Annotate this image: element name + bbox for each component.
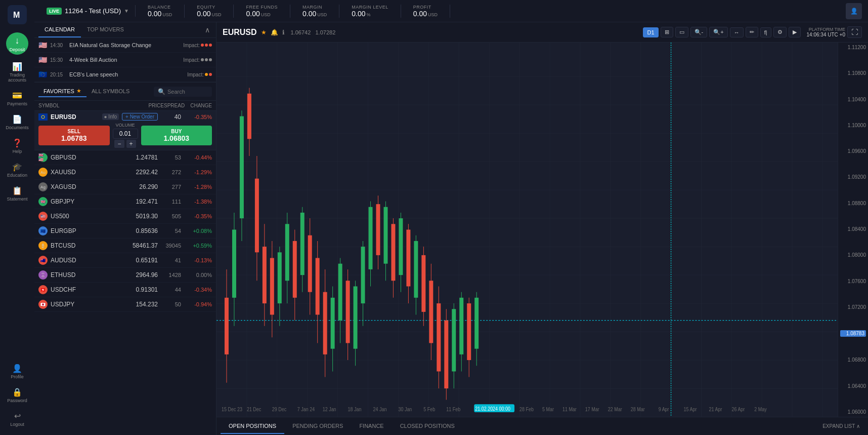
eurusd-info-button[interactable]: ● Info bbox=[102, 113, 119, 120]
tab-closed-positions[interactable]: CLOSED POSITIONS bbox=[392, 419, 463, 434]
sidebar-item-help[interactable]: ❓ Help bbox=[2, 135, 32, 157]
svg-rect-43 bbox=[240, 116, 244, 219]
tab-calendar[interactable]: CALENDAR bbox=[38, 22, 81, 37]
metric-margin-level: MARGIN LEVEL 0.00% bbox=[339, 5, 401, 18]
xauusd-price: 2292.42 bbox=[122, 169, 158, 176]
eurgbp-change: +0.08% bbox=[184, 228, 212, 234]
volume-decrease-button[interactable]: − bbox=[114, 140, 124, 148]
volume-control: VOLUME − + bbox=[113, 123, 138, 148]
price-label: 1.07200 bbox=[840, 304, 866, 310]
xagusd-name: XAGUSD bbox=[51, 183, 119, 190]
tab-pending-orders[interactable]: PENDING ORDERS bbox=[284, 419, 351, 434]
zoom-out-button[interactable]: 🔍- bbox=[690, 27, 708, 37]
chart-star-icon[interactable]: ★ bbox=[261, 29, 267, 36]
usdjpy-icon: 🇯🇵 bbox=[38, 300, 48, 309]
price-label: 1.09200 bbox=[840, 174, 866, 180]
svg-rect-71 bbox=[346, 281, 350, 343]
list-item[interactable]: 🇦🇺 AUDUSD 0.65191 41 -0.13% bbox=[34, 253, 216, 268]
list-item[interactable]: Au XAUUSD 2292.42 272 -1.29% bbox=[34, 165, 216, 180]
search-input[interactable] bbox=[167, 89, 208, 95]
eurusd-top: EURUSD ● Info + New Order 40 -0.35% bbox=[38, 113, 212, 121]
sidebar-item-documents[interactable]: 📄 Documents bbox=[2, 111, 32, 133]
list-item[interactable]: 🇬🇧 GBPJPY 192.471 111 -1.38% bbox=[34, 194, 216, 209]
play-button[interactable]: ▶ bbox=[789, 27, 801, 37]
sidebar-item-logout[interactable]: ↩ Logout bbox=[2, 408, 32, 430]
list-item[interactable]: 🇺🇸 US500 5019.30 505 -0.35% bbox=[34, 209, 216, 224]
price-label: 1.06000 bbox=[840, 409, 866, 415]
event-name-2: ECB's Lane speech bbox=[69, 71, 184, 77]
chart-canvas[interactable]: 15 Dec 23 21 Dec 29 Dec 7 Jan 24 12 Jan … bbox=[216, 43, 868, 417]
audusd-spread: 41 bbox=[161, 257, 181, 263]
account-selector[interactable]: LIVE 11264 - Test (USD) ▼ bbox=[40, 5, 136, 17]
symbol-list-header: SYMBOL PRICE SPREAD CHANGE bbox=[34, 101, 216, 111]
svg-text:18 Jan: 18 Jan bbox=[348, 406, 362, 412]
tab-open-positions[interactable]: OPEN POSITIONS bbox=[221, 419, 284, 434]
svg-rect-63 bbox=[316, 258, 320, 314]
list-item[interactable]: 🇪🇺 EURGBP 0.85636 54 +0.08% bbox=[34, 224, 216, 239]
zoom-in-button[interactable]: 🔍+ bbox=[709, 27, 727, 37]
usdchf-spread: 44 bbox=[161, 287, 181, 293]
avatar-icon: 👤 bbox=[850, 8, 858, 15]
svg-rect-65 bbox=[323, 292, 327, 354]
fit-button[interactable]: ↔ bbox=[730, 27, 744, 37]
svg-rect-67 bbox=[331, 298, 335, 349]
tab-top-movers[interactable]: TOP MOVERS bbox=[81, 22, 130, 37]
chart-bell-icon[interactable]: 🔔 bbox=[271, 29, 278, 36]
avatar-button[interactable]: 👤 bbox=[846, 3, 862, 19]
timeframe-d1-button[interactable]: D1 bbox=[643, 27, 658, 37]
chart-type-candle-button[interactable]: ⊞ bbox=[661, 27, 673, 37]
tab-all-symbols[interactable]: ALL SYMBOLS bbox=[86, 86, 135, 97]
svg-text:24 Jan: 24 Jan bbox=[373, 406, 387, 412]
settings-button[interactable]: ⚙ bbox=[773, 27, 787, 37]
event-impact-2: Impact: bbox=[187, 72, 212, 77]
new-order-button[interactable]: + New Order bbox=[122, 113, 158, 121]
xagusd-spread: 277 bbox=[161, 184, 181, 190]
tab-finance[interactable]: FINANCE bbox=[351, 419, 392, 434]
bottom-tabs: OPEN POSITIONS PENDING ORDERS FINANCE CL… bbox=[216, 417, 868, 435]
sidebar-item-education[interactable]: 🎓 Education bbox=[2, 159, 32, 181]
list-item[interactable]: 🇬🇧🇺🇸 GBPUSD 1.24781 53 -0.44% bbox=[34, 150, 216, 165]
price-label: 1.10800 bbox=[840, 70, 866, 76]
profile-icon: 👤 bbox=[12, 364, 22, 373]
main-content: LIVE 11264 - Test (USD) ▼ BALANCE 0.00US… bbox=[34, 0, 868, 435]
deposit-button[interactable]: ↓ Deposit bbox=[6, 32, 28, 55]
list-item[interactable]: 🇯🇵 USDJPY 154.232 50 -0.94% bbox=[34, 297, 216, 312]
metric-margin: MARGIN 0.00USD bbox=[290, 5, 339, 18]
gbpjpy-change: -1.38% bbox=[184, 199, 212, 205]
expand-list-button[interactable]: EXPAND LIST ∧ bbox=[818, 421, 864, 431]
svg-rect-77 bbox=[369, 207, 373, 269]
price-label: 1.08800 bbox=[840, 201, 866, 206]
list-item[interactable]: Ag XAGUSD 26.290 277 -1.28% bbox=[34, 180, 216, 194]
eurusd-name: EURUSD bbox=[51, 113, 99, 121]
chart-type-bar-button[interactable]: ▭ bbox=[675, 27, 688, 37]
left-panel: CALENDAR TOP MOVERS ∧ 🇺🇸 14:30 EIA Natur… bbox=[34, 22, 216, 435]
volume-input[interactable] bbox=[113, 129, 138, 139]
sidebar-item-statement[interactable]: 📋 Statement bbox=[2, 183, 32, 205]
buy-button[interactable]: BUY 1.06803 bbox=[141, 126, 212, 145]
current-price-label: 1.08783 bbox=[840, 330, 866, 337]
xauusd-icon: Au bbox=[38, 168, 48, 177]
sell-button[interactable]: SELL 1.06783 bbox=[38, 126, 110, 145]
search-box[interactable]: 🔍 bbox=[154, 87, 212, 97]
list-item[interactable]: Ξ ETHUSD 2964.96 1428 0.00% bbox=[34, 268, 216, 283]
sidebar-item-payments[interactable]: 💳 Payments bbox=[2, 88, 32, 109]
svg-text:2 May: 2 May bbox=[754, 406, 767, 412]
btcusd-price: 58461.37 bbox=[122, 242, 158, 249]
fullscreen-button[interactable]: ⛶ bbox=[847, 26, 862, 38]
sidebar-item-trading-accounts[interactable]: 📊 Trading accounts bbox=[2, 59, 32, 86]
chart-info-icon[interactable]: ℹ bbox=[282, 29, 285, 36]
impact-dot-low3 bbox=[209, 58, 212, 61]
sidebar-item-password[interactable]: 🔒 Password bbox=[2, 384, 32, 406]
volume-increase-button[interactable]: + bbox=[126, 140, 136, 148]
sidebar-item-profile[interactable]: 👤 Profile bbox=[2, 361, 32, 382]
live-badge: LIVE bbox=[47, 8, 62, 15]
list-item[interactable]: 🇨🇭 USDCHF 0.91301 44 -0.34% bbox=[34, 283, 216, 297]
indicator-button[interactable]: f| bbox=[760, 27, 771, 37]
draw-button[interactable]: ✏ bbox=[746, 27, 758, 37]
documents-icon: 📄 bbox=[12, 114, 22, 124]
metric-balance: BALANCE 0.00USD bbox=[136, 5, 185, 18]
usdjpy-price: 154.232 bbox=[122, 301, 158, 308]
list-item[interactable]: ₿ BTCUSD 58461.37 39045 +0.59% bbox=[34, 239, 216, 253]
collapse-icon[interactable]: ∧ bbox=[203, 24, 212, 36]
tab-favorites[interactable]: FAVORITES ★ bbox=[38, 86, 86, 97]
